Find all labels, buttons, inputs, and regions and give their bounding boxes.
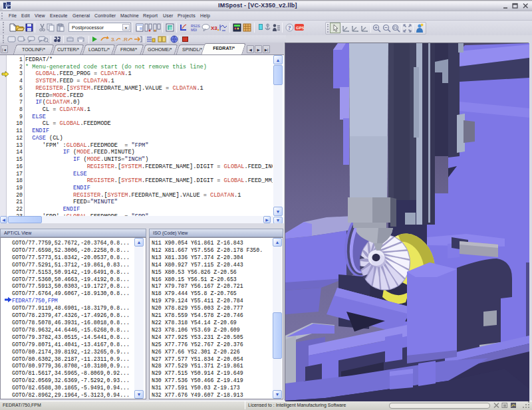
svg-text:GPS: GPS bbox=[296, 26, 304, 30]
svg-text:.R: .R bbox=[122, 37, 128, 43]
svg-text:?: ? bbox=[288, 25, 291, 31]
svg-text:3.: 3. bbox=[111, 37, 116, 43]
svg-text:MDI: MDI bbox=[191, 28, 197, 31]
svg-text:X3: X3 bbox=[211, 25, 217, 31]
